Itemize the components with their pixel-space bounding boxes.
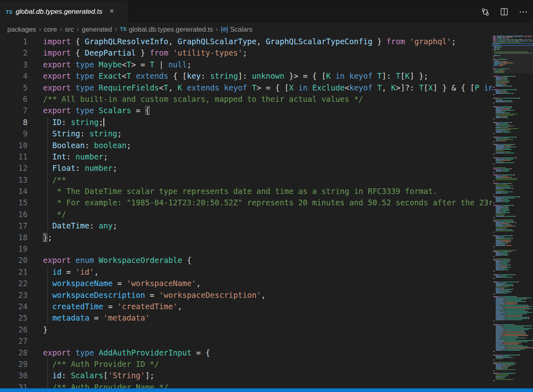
code-line[interactable]: 16 */: [0, 209, 492, 220]
code-text: /**: [28, 174, 66, 185]
code-text: Float: number;: [28, 162, 117, 174]
line-number: 25: [0, 312, 28, 323]
indent-guide: [47, 209, 48, 220]
code-text: createdTime = 'createdTime',: [28, 301, 182, 312]
split-editor-icon[interactable]: [500, 8, 508, 16]
breadcrumb-item-scalars[interactable]: Scalars: [230, 26, 252, 33]
indent-guide: [47, 220, 48, 231]
text-cursor: [103, 118, 104, 127]
code-text: DateTime: any;: [28, 220, 117, 231]
line-number: 4: [0, 70, 28, 82]
breadcrumb-item-src[interactable]: src: [65, 26, 74, 33]
tab-global-db-types-generated[interactable]: TS global.db.types.generated.ts ×: [0, 0, 128, 23]
close-icon[interactable]: ×: [107, 7, 116, 16]
code-line[interactable]: 23 workspaceDescription = 'workspaceDesc…: [0, 289, 492, 301]
editor-pane[interactable]: 1import { GraphQLResolveInfo, GraphQLSca…: [0, 36, 533, 392]
typescript-file-icon: TS: [6, 9, 13, 15]
code-line[interactable]: 29 /** Auth Provider ID */: [0, 358, 492, 370]
more-actions-icon[interactable]: ⋯: [519, 6, 528, 17]
line-number: 17: [0, 220, 28, 231]
code-text: String: string;: [28, 128, 122, 139]
indent-guide: [47, 174, 48, 185]
code-text: metadata = 'metadata': [28, 312, 150, 323]
line-number: 24: [0, 301, 28, 312]
code-line[interactable]: 9 String: string;: [0, 128, 492, 139]
indent-guide: [47, 197, 48, 208]
breadcrumb-item-filename[interactable]: global.db.types.generated.ts: [129, 26, 213, 33]
code-line[interactable]: 11 Int: number;: [0, 151, 492, 162]
code-line[interactable]: 21 id = 'id',: [0, 266, 492, 278]
code-line[interactable]: 3export type Maybe<T> = T | null;: [0, 59, 492, 70]
code-line[interactable]: 10 Boolean: boolean;: [0, 140, 492, 151]
code-text: workspaceName = 'workspaceName',: [28, 278, 201, 289]
code-text: /** All built-in and custom scalars, map…: [28, 93, 363, 105]
code-text: ID: string;: [28, 116, 104, 128]
open-changes-icon[interactable]: [481, 8, 490, 16]
code-line[interactable]: 5export type RequireFields<T, K extends …: [0, 82, 492, 93]
code-text: export type RequireFields<T, K extends k…: [28, 82, 492, 93]
code-line[interactable]: 6/** All built-in and custom scalars, ma…: [0, 93, 492, 105]
code-text: [28, 335, 43, 347]
code-line[interactable]: 22 workspaceName = 'workspaceName',: [0, 278, 492, 289]
code-line[interactable]: 20export enum WorkspaceOrderable {: [0, 254, 492, 266]
chevron-right-icon: ›: [77, 25, 79, 33]
line-number: 29: [0, 358, 28, 370]
code-line[interactable]: 14 * The DateTime scalar type represents…: [0, 185, 492, 197]
indent-guide: [47, 358, 48, 370]
tab-bar: TS global.db.types.generated.ts ×: [0, 0, 533, 23]
line-number: 19: [0, 243, 28, 254]
line-number: 30: [0, 370, 28, 381]
code-text: export type AddAuthProviderInput = {: [28, 347, 210, 358]
code-text: workspaceDescription = 'workspaceDescrip…: [28, 289, 266, 301]
indent-guide: [47, 151, 48, 162]
code-line[interactable]: 8 ID: string;: [0, 116, 492, 128]
chevron-right-icon: ›: [115, 25, 117, 33]
code-line[interactable]: 18};: [0, 232, 492, 243]
code-line[interactable]: 2import { DeepPartial } from 'utility-ty…: [0, 47, 492, 58]
line-number: 20: [0, 254, 28, 266]
code-line[interactable]: 19: [0, 243, 492, 254]
code-line[interactable]: 30 id: Scalars['String'];: [0, 370, 492, 381]
minimap[interactable]: [492, 36, 533, 388]
breadcrumb-item-generated[interactable]: generated: [82, 26, 112, 33]
code-text: id: Scalars['String'];: [28, 370, 155, 381]
code-line[interactable]: 7export type Scalars = {: [0, 105, 492, 116]
code-text: Int: number;: [28, 151, 108, 162]
line-number: 26: [0, 324, 28, 335]
code-line[interactable]: 17 DateTime: any;: [0, 220, 492, 231]
code-line[interactable]: 24 createdTime = 'createdTime',: [0, 301, 492, 312]
minimap-slider[interactable]: [492, 36, 533, 73]
code-text: export type Exact<T extends { [key: stri…: [28, 70, 428, 82]
indent-guide: [47, 312, 48, 323]
line-number: 3: [0, 59, 28, 70]
code-line[interactable]: 27: [0, 335, 492, 347]
code-text: export type Scalars = {: [28, 105, 150, 116]
code-line[interactable]: 28export type AddAuthProviderInput = {: [0, 347, 492, 358]
code-line[interactable]: 1import { GraphQLResolveInfo, GraphQLSca…: [0, 36, 492, 47]
code-text: }: [28, 324, 47, 335]
indent-guide: [47, 116, 48, 128]
line-number: 18: [0, 232, 28, 243]
code-line[interactable]: 26}: [0, 324, 492, 335]
indent-guide: [47, 266, 48, 278]
code-line[interactable]: 13 /**: [0, 174, 492, 185]
symbol-type-icon: [⊘]: [221, 26, 228, 32]
breadcrumb: packages › core › src › generated › TS g…: [0, 23, 533, 36]
line-number: 1: [0, 36, 28, 47]
vscode-editor-window: TS global.db.types.generated.ts ×: [0, 0, 533, 392]
code-line[interactable]: 25 metadata = 'metadata': [0, 312, 492, 323]
line-number: 9: [0, 128, 28, 139]
tab-title: global.db.types.generated.ts: [16, 8, 103, 16]
line-number: 21: [0, 266, 28, 278]
line-number: 16: [0, 209, 28, 220]
code-line[interactable]: 4export type Exact<T extends { [key: str…: [0, 70, 492, 82]
breadcrumb-item-packages[interactable]: packages: [7, 26, 36, 33]
line-number: 27: [0, 335, 28, 347]
breadcrumb-item-core[interactable]: core: [44, 26, 57, 33]
line-number: 2: [0, 47, 28, 58]
code-line[interactable]: 12 Float: number;: [0, 162, 492, 174]
line-number: 6: [0, 93, 28, 105]
line-number: 5: [0, 82, 28, 93]
line-number: 14: [0, 185, 28, 197]
code-line[interactable]: 15 * For example: "1985-04-12T23:20:50.5…: [0, 197, 492, 208]
